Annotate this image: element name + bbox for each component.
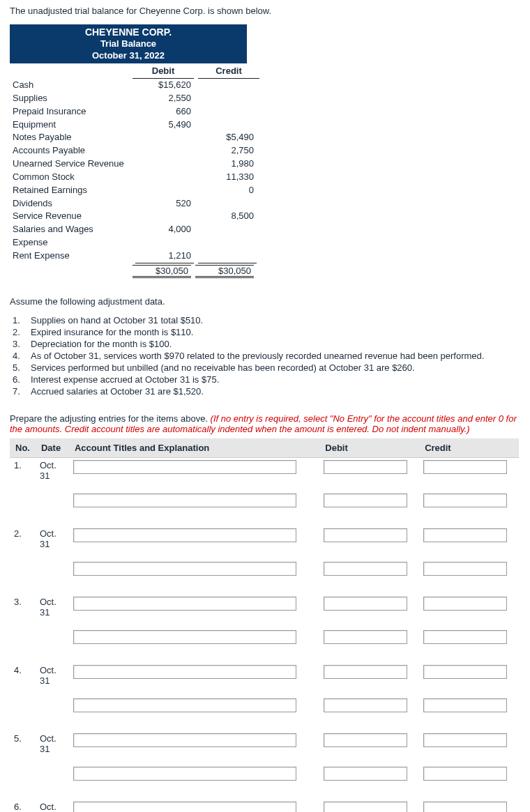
credit-input[interactable] <box>423 767 507 781</box>
adjustment-number: 3. <box>13 339 31 349</box>
credit-input[interactable] <box>423 630 507 644</box>
trial-balance-row: Unearned Service Revenue1,980 <box>10 158 247 171</box>
debit-amount: 5,490 <box>135 118 194 132</box>
adjustment-number: 2. <box>13 327 31 337</box>
credit-amount: $5,490 <box>198 131 257 144</box>
credit-header: Credit <box>198 63 259 79</box>
adjustment-text: As of October 31, services worth $970 re… <box>31 351 520 361</box>
account-title-input[interactable] <box>73 562 296 576</box>
adjustment-item: 6.Interest expense accrued at October 31… <box>13 374 520 385</box>
debit-input[interactable] <box>324 562 407 576</box>
trial-balance-row: Rent Expense1,210 <box>10 250 247 263</box>
debit-input[interactable] <box>324 528 407 542</box>
account-name: Common Stock <box>10 171 131 184</box>
entry-no: 3. <box>10 595 36 620</box>
adjusting-entries-table: No. Date Account Titles and Explanation … <box>10 438 519 812</box>
debit-amount: 2,550 <box>135 92 194 105</box>
debit-input[interactable] <box>324 733 407 747</box>
entry-row <box>10 491 519 510</box>
company-name: CHEYENNE CORP. <box>10 26 247 38</box>
col-debit: Debit <box>319 438 419 458</box>
account-title-input[interactable] <box>73 802 296 812</box>
account-name: Service Revenue <box>10 210 131 223</box>
entry-no: 5. <box>10 731 36 756</box>
trial-balance-row: Salaries and Wages Expense4,000 <box>10 223 247 250</box>
adjustment-number: 1. <box>13 315 31 325</box>
credit-input[interactable] <box>423 528 507 542</box>
adjustment-list: 1.Supplies on hand at October 31 total $… <box>13 315 520 397</box>
trial-balance-row: Dividends520 <box>10 197 247 210</box>
credit-input[interactable] <box>423 493 507 507</box>
prepare-instruction: Prepare the adjusting entries for the it… <box>10 413 520 434</box>
adjustment-item: 7.Accrued salaries at October 31 are $1,… <box>13 386 520 397</box>
account-title-input[interactable] <box>73 767 296 781</box>
debit-input[interactable] <box>324 460 407 474</box>
credit-input[interactable] <box>423 733 507 747</box>
entry-date: Oct. 31 <box>36 595 69 620</box>
credit-amount <box>198 105 257 118</box>
entry-date: Oct. 31 <box>36 663 69 688</box>
debit-amount <box>135 171 194 184</box>
account-name: Equipment <box>10 118 131 132</box>
debit-amount: 520 <box>135 197 194 210</box>
account-title-input[interactable] <box>73 698 296 712</box>
account-title-input[interactable] <box>73 665 296 679</box>
debit-input[interactable] <box>324 767 407 781</box>
credit-input[interactable] <box>423 597 507 611</box>
account-title-input[interactable] <box>73 733 296 747</box>
entry-row <box>10 696 519 714</box>
debit-header: Debit <box>132 63 194 79</box>
total-debit: $30,050 <box>132 265 191 278</box>
account-name: Notes Payable <box>10 131 131 144</box>
credit-input[interactable] <box>423 665 507 679</box>
entry-row: 6.Oct. 31 <box>10 799 519 812</box>
debit-input[interactable] <box>324 597 407 611</box>
account-name: Salaries and Wages Expense <box>10 223 131 250</box>
account-name: Prepaid Insurance <box>10 105 131 118</box>
adjustment-text: Expired insurance for the month is $110. <box>31 327 520 337</box>
entry-row: 2.Oct. 31 <box>10 526 519 551</box>
adjustment-item: 4.As of October 31, services worth $970 … <box>13 351 520 361</box>
debit-input[interactable] <box>324 802 407 812</box>
entry-no: 2. <box>10 526 36 551</box>
adjustment-text: Accrued salaries at October 31 are $1,52… <box>31 386 520 397</box>
account-title-input[interactable] <box>73 493 296 507</box>
account-name: Dividends <box>10 197 131 210</box>
entry-date: Oct. 31 <box>36 731 69 756</box>
adjustment-number: 6. <box>13 374 31 385</box>
adjustment-text: Interest expense accrued at October 31 i… <box>31 374 520 385</box>
credit-input[interactable] <box>423 562 507 576</box>
column-headers: Debit Credit <box>10 63 247 79</box>
credit-input[interactable] <box>423 802 507 812</box>
entry-row <box>10 560 519 578</box>
trial-balance-row: Service Revenue8,500 <box>10 210 247 223</box>
credit-input[interactable] <box>423 698 507 712</box>
adjustment-number: 5. <box>13 362 31 373</box>
account-name: Unearned Service Revenue <box>10 158 131 171</box>
adjustment-item: 1.Supplies on hand at October 31 total $… <box>13 315 520 325</box>
debit-input[interactable] <box>324 665 407 679</box>
total-credit: $30,050 <box>195 265 254 278</box>
debit-input[interactable] <box>324 493 407 507</box>
adjustment-item: 2.Expired insurance for the month is $11… <box>13 327 520 337</box>
account-title-input[interactable] <box>73 630 296 644</box>
adjustment-text: Supplies on hand at October 31 total $51… <box>31 315 520 325</box>
entry-row: 5.Oct. 31 <box>10 731 519 756</box>
debit-input[interactable] <box>324 630 407 644</box>
report-title: Trial Balance <box>10 38 247 50</box>
entry-no: 1. <box>10 457 36 483</box>
debit-input[interactable] <box>324 698 407 712</box>
trial-balance-row: Notes Payable$5,490 <box>10 131 247 144</box>
trial-balance-table: CHEYENNE CORP. Trial Balance October 31,… <box>10 24 247 278</box>
debit-amount: 4,000 <box>135 223 194 250</box>
account-title-input[interactable] <box>73 528 296 542</box>
credit-input[interactable] <box>423 460 507 474</box>
trial-balance-row: Accounts Payable2,750 <box>10 144 247 158</box>
account-name: Retained Earnings <box>10 184 131 197</box>
credit-amount <box>198 223 257 250</box>
col-title: Account Titles and Explanation <box>69 438 319 458</box>
trial-balance-row: Common Stock11,330 <box>10 171 247 184</box>
account-title-input[interactable] <box>73 597 296 611</box>
account-title-input[interactable] <box>73 460 296 474</box>
adjustment-number: 7. <box>13 386 31 397</box>
